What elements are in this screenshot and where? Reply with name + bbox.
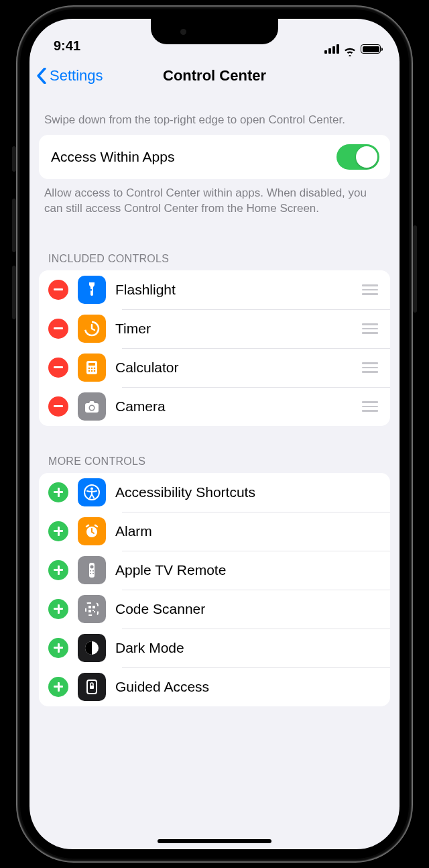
guided-icon (78, 673, 106, 701)
control-label: Code Scanner (115, 601, 381, 617)
notch (151, 19, 278, 44)
control-row: Dark Mode (39, 629, 390, 667)
navigation-bar: Settings Control Center (29, 55, 400, 97)
status-time: 9:41 (54, 38, 80, 54)
drag-handle-icon[interactable] (362, 284, 381, 295)
plus-icon (54, 682, 63, 692)
control-label: Dark Mode (115, 640, 381, 656)
control-row: Camera (39, 387, 390, 426)
plus-icon (54, 488, 63, 497)
control-row: Apple TV Remote (39, 551, 390, 590)
remove-control-button[interactable] (48, 396, 68, 417)
plus-icon (54, 643, 63, 653)
chevron-left-icon (36, 68, 47, 84)
back-label: Settings (50, 67, 103, 85)
home-indicator[interactable] (158, 839, 271, 843)
remove-control-button[interactable] (48, 319, 68, 339)
control-label: Accessibility Shortcuts (115, 484, 381, 500)
control-label: Alarm (115, 523, 381, 539)
scroll-area[interactable]: Swipe down from the top-right edge to op… (29, 97, 400, 849)
plus-icon (54, 604, 63, 614)
drag-handle-icon[interactable] (362, 323, 381, 334)
plus-icon (54, 565, 63, 575)
control-label: Apple TV Remote (115, 562, 381, 578)
minus-icon (54, 327, 63, 329)
control-row: Flashlight (39, 270, 390, 309)
remove-control-button[interactable] (48, 358, 68, 378)
more-controls-group: Accessibility ShortcutsAlarmApple TV Rem… (39, 473, 390, 706)
remove-control-button[interactable] (48, 280, 68, 300)
access-within-apps-label: Access Within Apps (51, 149, 174, 165)
qr-icon (78, 595, 106, 623)
control-row: Timer (39, 309, 390, 348)
included-controls-header: INCLUDED CONTROLS (29, 223, 400, 270)
control-label: Guided Access (115, 679, 381, 695)
minus-icon (54, 288, 63, 290)
control-label: Camera (115, 398, 353, 415)
control-label: Timer (115, 321, 353, 337)
alarm-icon (78, 517, 106, 545)
wifi-icon (343, 44, 357, 54)
back-button[interactable]: Settings (36, 67, 103, 85)
add-control-button[interactable] (48, 560, 68, 580)
add-control-button[interactable] (48, 521, 68, 541)
battery-icon (361, 44, 381, 54)
accessibility-icon (78, 478, 106, 506)
plus-icon (54, 527, 63, 536)
add-control-button[interactable] (48, 482, 68, 502)
access-within-apps-footer: Allow access to Control Center within ap… (29, 179, 400, 223)
control-row: Calculator (39, 348, 390, 387)
access-within-apps-toggle[interactable] (336, 144, 379, 170)
included-controls-group: FlashlightTimerCalculatorCamera (39, 270, 390, 426)
phone-hardware-frame: 9:41 Settings Control Center Swipe down … (16, 5, 413, 863)
add-control-button[interactable] (48, 599, 68, 619)
add-control-button[interactable] (48, 638, 68, 658)
control-label: Flashlight (115, 282, 353, 298)
access-within-apps-group: Access Within Apps (39, 135, 390, 179)
switch-knob (356, 146, 377, 168)
add-control-button[interactable] (48, 677, 68, 697)
screen: 9:41 Settings Control Center Swipe down … (29, 19, 400, 849)
control-row: Guided Access (39, 667, 390, 706)
timer-icon (78, 315, 106, 343)
more-controls-header: MORE CONTROLS (29, 426, 400, 473)
minus-icon (54, 405, 63, 407)
access-within-apps-row: Access Within Apps (39, 135, 390, 179)
cellular-signal-icon (324, 44, 339, 54)
drag-handle-icon[interactable] (362, 401, 381, 412)
calculator-icon (78, 354, 106, 382)
drag-handle-icon[interactable] (362, 362, 381, 373)
control-row: Code Scanner (39, 590, 390, 629)
flashlight-icon (78, 276, 106, 304)
control-row: Alarm (39, 512, 390, 551)
page-title: Control Center (163, 67, 266, 85)
header-hint-text: Swipe down from the top-right edge to op… (29, 97, 400, 135)
control-label: Calculator (115, 360, 353, 376)
minus-icon (54, 366, 63, 368)
camera-icon (78, 392, 106, 421)
darkmode-icon (78, 634, 106, 662)
control-row: Accessibility Shortcuts (39, 473, 390, 512)
remote-icon (78, 556, 106, 584)
power-button (413, 225, 417, 313)
